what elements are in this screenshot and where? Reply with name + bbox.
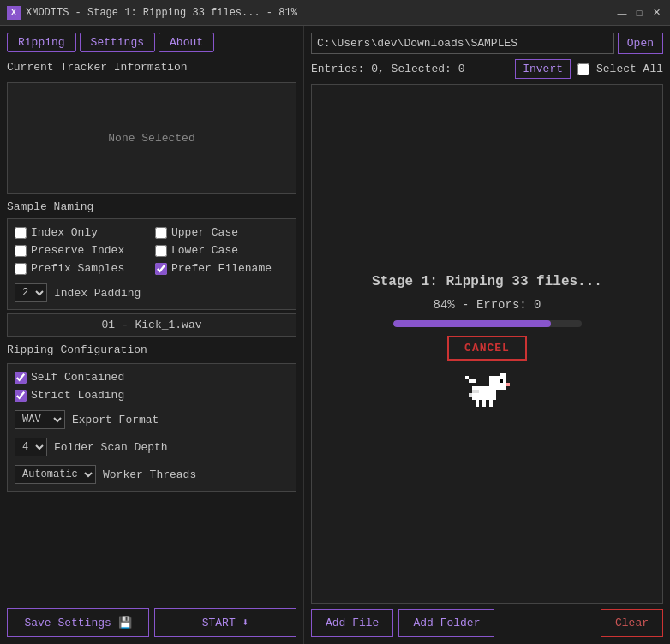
ripping-config-box: Self Contained Strict Loading WAV AIFF F…: [7, 363, 296, 492]
dog-sprite: [462, 369, 513, 414]
progress-overlay: Stage 1: Ripping 33 files... 84% - Error…: [312, 85, 662, 603]
cancel-button[interactable]: CANCEL: [447, 336, 527, 361]
worker-threads-label: Worker Threads: [103, 468, 196, 481]
svg-rect-5: [469, 379, 476, 383]
index-only-label: Index Only: [31, 226, 98, 239]
entries-bar: Entries: 0, Selected: 0 Invert Select Al…: [311, 59, 663, 79]
sample-naming-box: Index Only Upper Case Preserve Index Low…: [7, 218, 296, 310]
titlebar: X XMODITS - Stage 1: Ripping 33 files...…: [0, 0, 670, 26]
prefer-filename-label: Prefer Filename: [171, 262, 272, 275]
self-contained-checkbox[interactable]: [15, 372, 27, 384]
ripping-config-section: Ripping Configuration Self Contained Str…: [7, 342, 296, 492]
worker-threads-row: Automatic 1 2 4 8 Worker Threads: [15, 465, 289, 484]
svg-rect-2: [500, 373, 506, 379]
self-contained-item: Self Contained: [15, 371, 289, 384]
prefix-samples-item: Prefix Samples: [15, 262, 148, 275]
svg-rect-8: [482, 400, 486, 407]
tab-ripping[interactable]: Ripping: [7, 33, 76, 52]
progress-stage-text: Stage 1: Ripping 33 files...: [372, 274, 602, 289]
entries-text: Entries: 0, Selected: 0: [311, 63, 508, 75]
index-only-item: Index Only: [15, 226, 148, 239]
preserve-index-label: Preserve Index: [31, 244, 124, 257]
index-padding-select[interactable]: 1 2 3 4: [15, 283, 47, 302]
preserve-index-item: Preserve Index: [15, 244, 148, 257]
path-input[interactable]: [311, 33, 614, 54]
svg-rect-3: [500, 379, 503, 383]
export-format-row: WAV AIFF FLAC Export Format: [15, 410, 289, 429]
index-padding-label: Index Padding: [54, 287, 141, 300]
upper-case-label: Upper Case: [171, 226, 238, 239]
clear-button[interactable]: Clear: [601, 609, 663, 637]
main-layout: Ripping Settings About Current Tracker I…: [0, 26, 670, 644]
progress-pct-errors-text: 84% - Errors: 0: [433, 298, 541, 312]
svg-rect-4: [506, 383, 510, 386]
add-file-button[interactable]: Add File: [311, 609, 393, 637]
bottom-bar-right: Add File Add Folder Clear: [311, 609, 663, 637]
prefer-filename-checkbox[interactable]: [155, 263, 167, 275]
export-format-label: Export Format: [72, 414, 159, 426]
svg-rect-11: [469, 393, 472, 397]
naming-row-1: Index Only Upper Case: [15, 226, 289, 239]
preserve-index-checkbox[interactable]: [15, 245, 27, 257]
lower-case-item: Lower Case: [155, 244, 289, 257]
file-list-area: Stage 1: Ripping 33 files... 84% - Error…: [311, 84, 663, 604]
save-settings-button[interactable]: Save Settings 💾: [7, 608, 149, 637]
tracker-info-header: Current Tracker Information: [7, 61, 296, 74]
lower-case-checkbox[interactable]: [155, 245, 167, 257]
index-only-checkbox[interactable]: [15, 227, 27, 239]
self-contained-label: Self Contained: [31, 371, 124, 384]
svg-rect-9: [489, 400, 493, 407]
prefix-samples-checkbox[interactable]: [15, 263, 27, 275]
title-text: XMODITS - Stage 1: Ripping 33 files... -…: [26, 7, 615, 19]
window-controls: — □ ✕: [615, 6, 663, 20]
worker-threads-select[interactable]: Automatic 1 2 4 8: [15, 465, 96, 484]
nav-tabs: Ripping Settings About: [7, 33, 296, 52]
strict-loading-item: Strict Loading: [15, 389, 289, 402]
svg-rect-7: [476, 400, 479, 407]
upper-case-checkbox[interactable]: [155, 227, 167, 239]
app-icon: X: [7, 6, 21, 20]
tracker-info-box: None Selected: [7, 82, 296, 194]
naming-row-2: Preserve Index Lower Case: [15, 244, 289, 257]
lower-case-label: Lower Case: [171, 244, 238, 257]
strict-loading-checkbox[interactable]: [15, 390, 27, 402]
svg-rect-10: [472, 390, 479, 393]
export-format-select[interactable]: WAV AIFF FLAC: [15, 410, 65, 429]
tracker-info-placeholder: None Selected: [108, 132, 194, 145]
filename-preview: 01 - Kick_1.wav: [7, 313, 296, 337]
ripping-config-header: Ripping Configuration: [7, 343, 296, 356]
svg-rect-6: [465, 376, 469, 379]
add-folder-button[interactable]: Add Folder: [398, 609, 494, 637]
left-panel: Ripping Settings About Current Tracker I…: [0, 26, 304, 644]
sample-naming-section: Sample Naming Index Only Upper Case: [7, 199, 296, 337]
select-all-checkbox[interactable]: [577, 63, 589, 75]
index-padding-row: 1 2 3 4 Index Padding: [15, 283, 289, 302]
tab-settings[interactable]: Settings: [80, 33, 155, 52]
start-button[interactable]: START ⬇: [154, 608, 296, 637]
close-button[interactable]: ✕: [649, 6, 663, 20]
bottom-bar-left: Save Settings 💾 START ⬇: [7, 603, 296, 637]
prefer-filename-item: Prefer Filename: [155, 262, 289, 275]
prefix-samples-label: Prefix Samples: [31, 262, 124, 275]
open-button[interactable]: Open: [618, 33, 663, 54]
progress-bar-fill: [393, 320, 552, 327]
folder-scan-depth-label: Folder Scan Depth: [54, 441, 168, 454]
tab-about[interactable]: About: [159, 33, 214, 52]
invert-button[interactable]: Invert: [515, 59, 571, 79]
sprite-container: [462, 369, 513, 414]
upper-case-item: Upper Case: [155, 226, 289, 239]
select-all-label: Select All: [596, 63, 663, 75]
right-panel: Open Entries: 0, Selected: 0 Invert Sele…: [304, 26, 670, 644]
naming-row-3: Prefix Samples Prefer Filename: [15, 262, 289, 275]
progress-bar-container: [393, 320, 582, 327]
minimize-button[interactable]: —: [615, 6, 629, 20]
folder-scan-depth-select[interactable]: 1 2 3 4 5: [15, 438, 47, 456]
folder-scan-depth-row: 1 2 3 4 5 Folder Scan Depth: [15, 438, 289, 456]
path-bar: Open: [311, 33, 663, 54]
sample-naming-header: Sample Naming: [7, 200, 296, 213]
strict-loading-label: Strict Loading: [31, 389, 124, 402]
maximize-button[interactable]: □: [632, 6, 646, 20]
